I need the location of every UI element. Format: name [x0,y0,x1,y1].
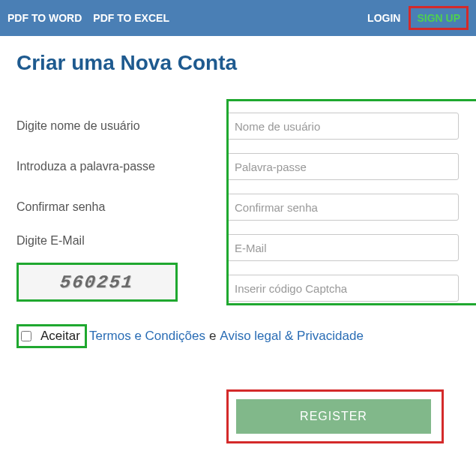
captcha-input[interactable] [226,275,459,302]
email-label: Digite E-Mail [16,234,226,248]
signup-link[interactable]: SIGN UP [417,12,460,24]
password-label: Introduza a palavra-passe [16,160,226,173]
row-password: Introduza a palavra-passe [16,153,463,180]
row-confirm: Confirmar senha [16,194,463,221]
register-button[interactable]: REGISTER [236,399,431,434]
topbar-right: LOGIN SIGN UP [367,6,469,30]
form-area: Digite nome de usuário Introduza a palav… [16,113,463,302]
terms-separator: e [209,329,216,344]
accept-label: Aceitar [40,329,80,344]
username-input[interactable] [226,113,459,140]
captcha-left-col: Digite E-Mail 560251 [16,234,226,302]
register-highlight: REGISTER [226,389,444,443]
terms-row: Aceitar Termos e Condições e Aviso legal… [16,324,463,348]
row-email-captcha: Digite E-Mail 560251 [16,234,463,302]
terms-link[interactable]: Termos e Condições [89,329,205,344]
nav-pdf-to-excel[interactable]: PDF TO EXCEL [93,12,169,24]
captcha-image: 560251 [16,263,178,302]
email-input[interactable] [226,234,459,261]
page-title: Criar uma Nova Conta [16,51,463,75]
captcha-code: 560251 [59,272,135,293]
content: Criar uma Nova Conta Digite nome de usuá… [0,36,476,443]
nav-pdf-to-word[interactable]: PDF TO WORD [7,12,82,24]
username-label: Digite nome de usuário [16,119,226,133]
privacy-link[interactable]: Aviso legal & Privacidade [220,329,364,344]
password-input[interactable] [226,153,459,180]
topbar: PDF TO WORD PDF TO EXCEL LOGIN SIGN UP [0,0,476,36]
accept-checkbox[interactable] [21,331,31,341]
topbar-left: PDF TO WORD PDF TO EXCEL [7,12,169,24]
confirm-input[interactable] [226,194,459,221]
confirm-label: Confirmar senha [16,200,226,214]
signup-highlight: SIGN UP [409,6,469,30]
captcha-right-col [226,234,459,302]
login-link[interactable]: LOGIN [367,12,400,24]
register-wrap: REGISTER [226,389,444,443]
row-username: Digite nome de usuário [16,113,463,140]
accept-highlight: Aceitar [16,324,87,348]
